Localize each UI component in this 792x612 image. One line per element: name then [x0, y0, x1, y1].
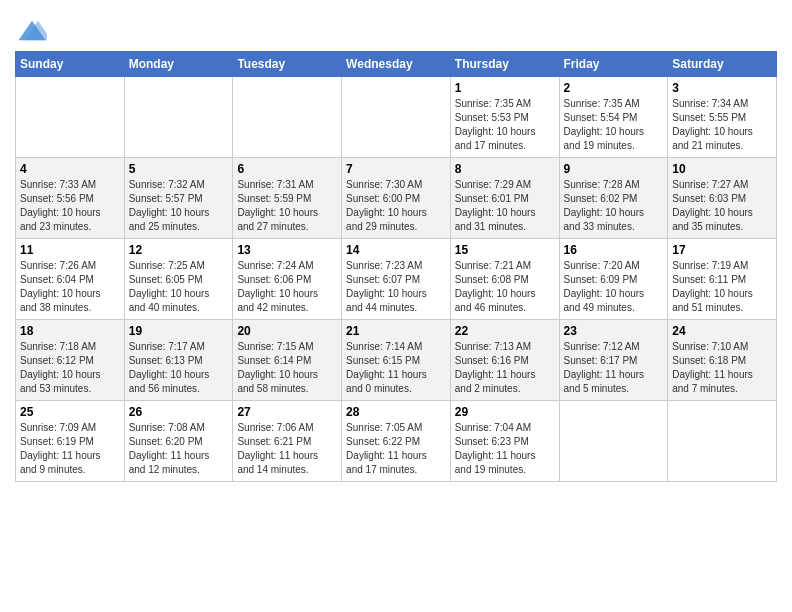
day-number: 21	[346, 324, 446, 338]
day-info: Sunrise: 7:25 AM Sunset: 6:05 PM Dayligh…	[129, 259, 229, 315]
calendar-cell: 23Sunrise: 7:12 AM Sunset: 6:17 PM Dayli…	[559, 320, 668, 401]
day-number: 24	[672, 324, 772, 338]
day-info: Sunrise: 7:12 AM Sunset: 6:17 PM Dayligh…	[564, 340, 664, 396]
day-number: 27	[237, 405, 337, 419]
calendar-cell: 9Sunrise: 7:28 AM Sunset: 6:02 PM Daylig…	[559, 158, 668, 239]
day-info: Sunrise: 7:24 AM Sunset: 6:06 PM Dayligh…	[237, 259, 337, 315]
day-info: Sunrise: 7:31 AM Sunset: 5:59 PM Dayligh…	[237, 178, 337, 234]
calendar-cell: 8Sunrise: 7:29 AM Sunset: 6:01 PM Daylig…	[450, 158, 559, 239]
calendar-cell: 10Sunrise: 7:27 AM Sunset: 6:03 PM Dayli…	[668, 158, 777, 239]
calendar-cell: 13Sunrise: 7:24 AM Sunset: 6:06 PM Dayli…	[233, 239, 342, 320]
calendar-cell	[668, 401, 777, 482]
calendar-cell: 1Sunrise: 7:35 AM Sunset: 5:53 PM Daylig…	[450, 77, 559, 158]
calendar-week-row: 18Sunrise: 7:18 AM Sunset: 6:12 PM Dayli…	[16, 320, 777, 401]
calendar-week-row: 4Sunrise: 7:33 AM Sunset: 5:56 PM Daylig…	[16, 158, 777, 239]
page-header	[15, 10, 777, 43]
calendar-cell: 16Sunrise: 7:20 AM Sunset: 6:09 PM Dayli…	[559, 239, 668, 320]
calendar-cell: 18Sunrise: 7:18 AM Sunset: 6:12 PM Dayli…	[16, 320, 125, 401]
day-number: 14	[346, 243, 446, 257]
day-number: 9	[564, 162, 664, 176]
day-info: Sunrise: 7:06 AM Sunset: 6:21 PM Dayligh…	[237, 421, 337, 477]
calendar-cell: 5Sunrise: 7:32 AM Sunset: 5:57 PM Daylig…	[124, 158, 233, 239]
day-number: 13	[237, 243, 337, 257]
day-number: 16	[564, 243, 664, 257]
calendar-week-row: 1Sunrise: 7:35 AM Sunset: 5:53 PM Daylig…	[16, 77, 777, 158]
day-number: 15	[455, 243, 555, 257]
day-info: Sunrise: 7:04 AM Sunset: 6:23 PM Dayligh…	[455, 421, 555, 477]
day-info: Sunrise: 7:09 AM Sunset: 6:19 PM Dayligh…	[20, 421, 120, 477]
day-number: 8	[455, 162, 555, 176]
calendar-cell: 29Sunrise: 7:04 AM Sunset: 6:23 PM Dayli…	[450, 401, 559, 482]
calendar-header-saturday: Saturday	[668, 52, 777, 77]
day-number: 25	[20, 405, 120, 419]
day-number: 10	[672, 162, 772, 176]
calendar-cell: 25Sunrise: 7:09 AM Sunset: 6:19 PM Dayli…	[16, 401, 125, 482]
logo	[15, 18, 47, 43]
calendar-cell: 3Sunrise: 7:34 AM Sunset: 5:55 PM Daylig…	[668, 77, 777, 158]
day-number: 12	[129, 243, 229, 257]
day-number: 2	[564, 81, 664, 95]
day-number: 22	[455, 324, 555, 338]
day-info: Sunrise: 7:35 AM Sunset: 5:54 PM Dayligh…	[564, 97, 664, 153]
calendar-cell: 4Sunrise: 7:33 AM Sunset: 5:56 PM Daylig…	[16, 158, 125, 239]
day-number: 6	[237, 162, 337, 176]
calendar-cell: 17Sunrise: 7:19 AM Sunset: 6:11 PM Dayli…	[668, 239, 777, 320]
day-info: Sunrise: 7:21 AM Sunset: 6:08 PM Dayligh…	[455, 259, 555, 315]
calendar-cell: 20Sunrise: 7:15 AM Sunset: 6:14 PM Dayli…	[233, 320, 342, 401]
calendar-cell: 11Sunrise: 7:26 AM Sunset: 6:04 PM Dayli…	[16, 239, 125, 320]
day-info: Sunrise: 7:23 AM Sunset: 6:07 PM Dayligh…	[346, 259, 446, 315]
calendar-cell: 12Sunrise: 7:25 AM Sunset: 6:05 PM Dayli…	[124, 239, 233, 320]
day-info: Sunrise: 7:34 AM Sunset: 5:55 PM Dayligh…	[672, 97, 772, 153]
logo-icon	[17, 18, 47, 43]
calendar-cell: 7Sunrise: 7:30 AM Sunset: 6:00 PM Daylig…	[342, 158, 451, 239]
day-info: Sunrise: 7:30 AM Sunset: 6:00 PM Dayligh…	[346, 178, 446, 234]
day-number: 3	[672, 81, 772, 95]
calendar-cell: 15Sunrise: 7:21 AM Sunset: 6:08 PM Dayli…	[450, 239, 559, 320]
calendar-week-row: 11Sunrise: 7:26 AM Sunset: 6:04 PM Dayli…	[16, 239, 777, 320]
day-info: Sunrise: 7:08 AM Sunset: 6:20 PM Dayligh…	[129, 421, 229, 477]
day-info: Sunrise: 7:29 AM Sunset: 6:01 PM Dayligh…	[455, 178, 555, 234]
day-info: Sunrise: 7:05 AM Sunset: 6:22 PM Dayligh…	[346, 421, 446, 477]
day-number: 18	[20, 324, 120, 338]
calendar-cell: 24Sunrise: 7:10 AM Sunset: 6:18 PM Dayli…	[668, 320, 777, 401]
calendar-header-wednesday: Wednesday	[342, 52, 451, 77]
day-info: Sunrise: 7:10 AM Sunset: 6:18 PM Dayligh…	[672, 340, 772, 396]
calendar-cell: 26Sunrise: 7:08 AM Sunset: 6:20 PM Dayli…	[124, 401, 233, 482]
calendar-cell: 28Sunrise: 7:05 AM Sunset: 6:22 PM Dayli…	[342, 401, 451, 482]
calendar-cell	[233, 77, 342, 158]
day-info: Sunrise: 7:27 AM Sunset: 6:03 PM Dayligh…	[672, 178, 772, 234]
day-info: Sunrise: 7:26 AM Sunset: 6:04 PM Dayligh…	[20, 259, 120, 315]
day-info: Sunrise: 7:14 AM Sunset: 6:15 PM Dayligh…	[346, 340, 446, 396]
day-number: 11	[20, 243, 120, 257]
day-info: Sunrise: 7:17 AM Sunset: 6:13 PM Dayligh…	[129, 340, 229, 396]
calendar-cell: 14Sunrise: 7:23 AM Sunset: 6:07 PM Dayli…	[342, 239, 451, 320]
day-info: Sunrise: 7:28 AM Sunset: 6:02 PM Dayligh…	[564, 178, 664, 234]
day-info: Sunrise: 7:33 AM Sunset: 5:56 PM Dayligh…	[20, 178, 120, 234]
calendar-cell: 19Sunrise: 7:17 AM Sunset: 6:13 PM Dayli…	[124, 320, 233, 401]
day-number: 17	[672, 243, 772, 257]
day-number: 29	[455, 405, 555, 419]
day-info: Sunrise: 7:15 AM Sunset: 6:14 PM Dayligh…	[237, 340, 337, 396]
calendar-header-thursday: Thursday	[450, 52, 559, 77]
day-number: 19	[129, 324, 229, 338]
day-number: 7	[346, 162, 446, 176]
calendar-cell: 2Sunrise: 7:35 AM Sunset: 5:54 PM Daylig…	[559, 77, 668, 158]
day-number: 26	[129, 405, 229, 419]
calendar-header-row: SundayMondayTuesdayWednesdayThursdayFrid…	[16, 52, 777, 77]
calendar-cell	[16, 77, 125, 158]
calendar-cell: 22Sunrise: 7:13 AM Sunset: 6:16 PM Dayli…	[450, 320, 559, 401]
day-number: 4	[20, 162, 120, 176]
day-number: 5	[129, 162, 229, 176]
calendar-cell	[124, 77, 233, 158]
calendar-header-sunday: Sunday	[16, 52, 125, 77]
calendar-cell	[559, 401, 668, 482]
day-number: 28	[346, 405, 446, 419]
calendar-header-monday: Monday	[124, 52, 233, 77]
day-info: Sunrise: 7:35 AM Sunset: 5:53 PM Dayligh…	[455, 97, 555, 153]
calendar-header-friday: Friday	[559, 52, 668, 77]
calendar-cell: 27Sunrise: 7:06 AM Sunset: 6:21 PM Dayli…	[233, 401, 342, 482]
day-number: 20	[237, 324, 337, 338]
calendar-cell: 21Sunrise: 7:14 AM Sunset: 6:15 PM Dayli…	[342, 320, 451, 401]
day-number: 1	[455, 81, 555, 95]
day-info: Sunrise: 7:20 AM Sunset: 6:09 PM Dayligh…	[564, 259, 664, 315]
